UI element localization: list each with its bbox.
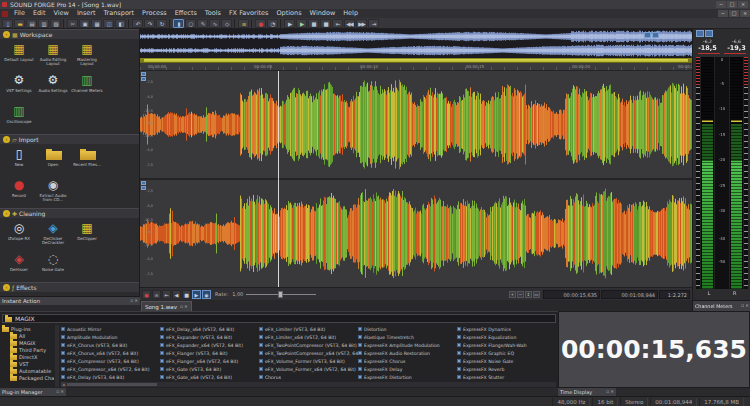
tile-declipper[interactable]: ▦DeClipper [71, 220, 104, 250]
scrub-control-button[interactable]: ◉ [202, 290, 211, 299]
plugin-item[interactable]: eFX_Compressor_x64 (VST2, 64 Bit) [61, 365, 160, 373]
render-as-button[interactable]: ▧ [50, 19, 61, 28]
scroll-left-icon[interactable]: ◂ [61, 382, 66, 387]
event-tool-button[interactable]: ◇ [221, 19, 232, 28]
plugin-item[interactable]: ExpressFX Chorus [358, 357, 457, 365]
mix-button[interactable]: ◧ [115, 19, 126, 28]
overview-waveform[interactable] [140, 29, 692, 58]
tile-channel-meters[interactable]: ▥Channel Meters [71, 72, 104, 102]
save-button[interactable]: ▤ [26, 19, 37, 28]
tile-oscilloscope[interactable]: ▥Oscilloscope [3, 103, 36, 133]
save-as-button[interactable]: ▥ [38, 19, 49, 28]
doc-restore-icon[interactable]: □ [729, 10, 739, 17]
plugin-list-scrollbar[interactable]: ◂ [61, 382, 556, 387]
tree-item-third-party[interactable]: Third Party [2, 346, 54, 353]
float-tab-icon[interactable]: ▫ [741, 303, 744, 309]
float-tab-icon[interactable]: ▫ [56, 389, 59, 395]
cursor-position-box[interactable]: 00:00:15,635 [543, 290, 600, 299]
tile-vst-settings[interactable]: ⚙VST Settings [3, 72, 36, 102]
record-options-button[interactable]: ● [255, 19, 266, 28]
new-file-button[interactable]: ▯ [2, 19, 13, 28]
tile-audio-settings[interactable]: ⚙Audio Settings [37, 72, 70, 102]
plugin-item[interactable]: eFX_Expander_x64 (VST2, 64 Bit) [160, 341, 259, 349]
plugin-item[interactable]: eFX_Delay_x64 (VST2, 64 Bit) [160, 325, 259, 333]
plugin-item[interactable]: Acoustic Mirror [61, 325, 160, 333]
tile-mastering-layout[interactable]: ▦Mastering Layout [71, 41, 104, 71]
cut-button[interactable]: ✂ [67, 19, 78, 28]
plugin-manager-tab[interactable]: Plug-in Manager ▫× [0, 388, 66, 396]
rewind-button[interactable]: ◀◀ [344, 19, 355, 28]
record-button[interactable]: ● [142, 290, 151, 299]
trim-crop-button[interactable]: ◫ [103, 19, 114, 28]
plugin-item[interactable]: eFX_Expander (VST3, 64 Bit) [160, 333, 259, 341]
float-tab-icon[interactable]: ▫ [606, 389, 609, 395]
tree-scrollbar[interactable] [55, 325, 59, 387]
plugin-item[interactable]: eFX_Flanger (VST3, 64 Bit) [160, 349, 259, 357]
plugin-item[interactable]: ExpressFX Stutter [457, 373, 556, 381]
close-tab-icon[interactable]: × [60, 389, 64, 395]
close-tab-icon[interactable]: × [745, 303, 749, 309]
plugin-item[interactable]: eFX_Volume_Former_x64 (VST2, 64 Bit) [259, 365, 358, 373]
tile-dehisser[interactable]: ◈DeHisser [3, 251, 36, 281]
plugin-item[interactable]: ExpressFX Reverb [457, 365, 556, 373]
minimize-icon[interactable]: ─ [716, 1, 726, 8]
tile-recent-files[interactable]: Recent Files... [71, 146, 104, 176]
collapse-icon[interactable]: ‹ [3, 284, 10, 291]
pause-button[interactable]: ▮▮ [308, 19, 319, 28]
section-header-effects[interactable]: ‹ƒEffects [0, 282, 139, 292]
instant-action-tab[interactable]: Instant Action ▫× [0, 296, 140, 305]
menu-edit[interactable]: Edit [29, 9, 50, 18]
go-to-start-button[interactable]: ⇤ [162, 290, 171, 299]
open-file-button[interactable]: ▬ [14, 19, 25, 28]
menu-window[interactable]: Window [306, 9, 340, 18]
tree-item-automatable[interactable]: Automatable [2, 367, 54, 374]
menu-help[interactable]: Help [339, 9, 362, 18]
close-tab-icon[interactable]: × [610, 389, 614, 395]
repeat-button[interactable]: ↻ [156, 19, 167, 28]
document-tab[interactable]: Song 1.wav ▫× [141, 301, 192, 311]
meter-option-icon[interactable] [696, 30, 704, 37]
channel-option-icon[interactable] [141, 72, 146, 76]
zoom-out-time-button[interactable]: − [517, 291, 524, 298]
plugin-item[interactable]: élastique Timestretch [358, 333, 457, 341]
plugin-item[interactable]: eFX_TwoPointCompressor (VST3, 64 Bit) [259, 341, 358, 349]
plugin-item[interactable]: eFX_TwoPointCompressor_x64 (VST2, 64 Bit… [259, 349, 358, 357]
zoom-in-level-button[interactable]: ↕ [525, 291, 532, 298]
plugin-item[interactable]: ExpressFX Graphic EQ [457, 349, 556, 357]
float-tab-icon[interactable]: ▫ [130, 298, 133, 304]
time-ruler[interactable]: 00:00:0000:00:0500:00:1000:00:1500:00:20… [140, 63, 692, 71]
envelope-tool-button[interactable]: ∿ [209, 19, 220, 28]
plugin-item[interactable]: eFX_Compressor (VST3, 64 Bit) [61, 357, 160, 365]
plugin-item[interactable]: eFX_Chorus (VST3, 64 Bit) [61, 341, 160, 349]
menu-insert[interactable]: Insert [73, 9, 100, 18]
menu-transport[interactable]: Transport [100, 9, 139, 18]
collapse-icon[interactable]: ‹ [3, 136, 10, 143]
tile-audio-editing-layout[interactable]: ▦Audio Editing Layout [37, 41, 70, 71]
stop-button[interactable]: ■ [320, 19, 331, 28]
plugin-item[interactable]: Amplitude Modulation [61, 333, 160, 341]
plugin-item[interactable]: Chorus [259, 373, 358, 381]
loop-playback-button[interactable]: ∞ [152, 290, 161, 299]
menu-effects[interactable]: Effects [171, 9, 201, 18]
channel-option-icon[interactable] [141, 77, 146, 81]
zoom-selection-button[interactable]: ▭ [533, 291, 540, 298]
zoom-in-time-button[interactable]: + [509, 291, 516, 298]
section-header-import[interactable]: ‹▱Import [0, 134, 139, 144]
channel-meters-tab[interactable]: Channel Meters ▫× [693, 300, 750, 311]
undo-button[interactable]: ↶ [132, 19, 143, 28]
tile-declicker-decrackler[interactable]: ◈DeClicker DeCrackler [37, 220, 70, 250]
paste-button[interactable]: ▦ [91, 19, 102, 28]
go-to-start-button[interactable]: ⇤ [332, 19, 343, 28]
plugin-item[interactable]: ExpressFX Amplitude Modulation [358, 341, 457, 349]
doc-minimize-icon[interactable]: ─ [718, 10, 728, 17]
plugin-item[interactable]: eFX_Chorus_x64 (VST2, 64 Bit) [61, 349, 160, 357]
plugin-item[interactable]: ExpressFX Audio Restoration [358, 349, 457, 357]
overview-option-icon[interactable] [652, 32, 659, 38]
plugin-item[interactable]: eFX_Limiter (VST3, 64 Bit) [259, 325, 358, 333]
plugin-item[interactable]: Distortion [358, 325, 457, 333]
play-normal-button[interactable]: ▶ [192, 290, 201, 299]
tree-item-packaged-chains[interactable]: Packaged Chains [2, 374, 54, 381]
maximize-icon[interactable]: □ [727, 1, 737, 8]
channel-option-icon[interactable] [141, 181, 146, 185]
plugin-item[interactable]: eFX_Volume_Former (VST3, 64 Bit) [259, 357, 358, 365]
